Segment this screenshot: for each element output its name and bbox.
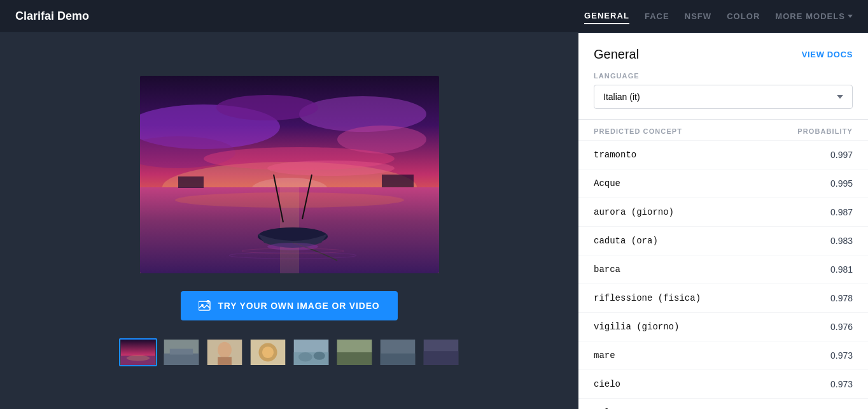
concept-name: mare [594, 350, 615, 361]
concept-probability: 0.997 [830, 150, 853, 160]
concept-probability: 0.981 [830, 264, 853, 275]
svg-point-5 [216, 95, 318, 120]
concept-probability: 0.983 [830, 236, 853, 246]
concept-row: caduta (ora) 0.983 [578, 226, 868, 255]
concept-name: tramonto [594, 150, 636, 160]
svg-point-4 [299, 96, 426, 132]
svg-rect-32 [218, 357, 232, 365]
thumbnail-strip [119, 338, 460, 366]
main-layout: TRY YOUR OWN IMAGE OR VIDEO [0, 33, 868, 409]
logo: Clarifai Demo [15, 10, 89, 23]
svg-rect-29 [169, 349, 192, 355]
header: Clarifai Demo GENERAL FACE NSFW COLOR MO… [0, 0, 868, 33]
svg-point-18 [267, 243, 318, 250]
svg-point-39 [313, 352, 325, 360]
svg-rect-28 [164, 354, 199, 365]
svg-rect-42 [337, 340, 372, 352]
upload-icon [199, 300, 211, 312]
right-panel: General VIEW DOCS LANGUAGE Italian (it) … [578, 33, 868, 409]
concept-name: cielo [594, 379, 620, 389]
concept-probability: 0.995 [830, 178, 853, 189]
svg-rect-46 [423, 351, 458, 365]
concept-probability: 0.976 [830, 322, 853, 332]
concept-row: Acque 0.995 [578, 169, 868, 197]
svg-rect-13 [178, 176, 204, 188]
thumbnail-6[interactable] [379, 338, 417, 366]
svg-point-35 [262, 347, 273, 358]
tab-color[interactable]: COLOR [727, 9, 760, 24]
concepts-list: tramonto 0.997 Acque 0.995 aurora (giorn… [578, 140, 868, 409]
right-panel-header: General VIEW DOCS [578, 33, 868, 72]
concept-probability: 0.987 [830, 207, 853, 217]
concept-probability: 0.973 [830, 379, 853, 389]
predicted-concept-col-label: PREDICTED CONCEPT [594, 127, 682, 135]
view-docs-link[interactable]: VIEW DOCS [802, 50, 853, 59]
left-panel: TRY YOUR OWN IMAGE OR VIDEO [0, 33, 578, 409]
language-section: LANGUAGE Italian (it) English (en) Spani… [578, 72, 868, 119]
svg-point-38 [298, 352, 312, 362]
concept-row: tramonto 0.997 [578, 140, 868, 169]
concept-name: vigilia (giorno) [594, 322, 679, 332]
more-models-dropdown[interactable]: MORE MODELS [775, 11, 853, 21]
thumbnail-5[interactable] [335, 338, 374, 366]
thumbnail-4[interactable] [292, 338, 330, 366]
right-panel-title: General [594, 47, 639, 62]
upload-button-label: TRY YOUR OWN IMAGE OR VIDEO [218, 301, 379, 311]
concept-row: riflessione (fisica) 0.978 [578, 283, 868, 312]
concept-name: barca [594, 264, 620, 275]
concept-name: aurora (giorno) [594, 207, 674, 217]
tab-nsfw[interactable]: NSFW [685, 9, 711, 24]
concept-probability: 0.978 [830, 293, 853, 303]
language-select[interactable]: Italian (it) English (en) Spanish (es) F… [594, 85, 853, 109]
main-image [140, 76, 439, 273]
more-models-label: MORE MODELS [775, 11, 845, 21]
thumbnail-1[interactable] [162, 338, 200, 366]
svg-rect-41 [337, 351, 372, 365]
svg-point-9 [267, 161, 395, 176]
concept-row: mare 0.973 [578, 341, 868, 370]
concept-row: barca 0.981 [578, 255, 868, 283]
concept-probability: 0.973 [830, 350, 853, 361]
svg-rect-14 [382, 175, 414, 187]
nav-tabs: GENERAL FACE NSFW COLOR MORE MODELS [584, 8, 853, 24]
upload-button[interactable]: TRY YOUR OWN IMAGE OR VIDEO [181, 291, 397, 320]
thumbnail-2[interactable] [206, 338, 244, 366]
thumbnail-3[interactable] [249, 338, 287, 366]
concept-name: caduta (ora) [594, 236, 658, 246]
thumbnail-0[interactable] [119, 338, 157, 366]
thumbnail-7[interactable] [422, 338, 460, 366]
svg-point-31 [218, 342, 232, 358]
concept-row: aurora (giorno) 0.987 [578, 197, 868, 226]
language-label: LANGUAGE [594, 72, 853, 80]
concept-row: sole 0.965 [578, 398, 868, 409]
chevron-down-icon [848, 15, 853, 18]
concepts-header: PREDICTED CONCEPT PROBABILITY [578, 119, 868, 140]
tab-general[interactable]: GENERAL [584, 8, 629, 24]
svg-point-26 [126, 355, 149, 361]
probability-col-label: PROBABILITY [797, 127, 853, 135]
tab-face[interactable]: FACE [645, 9, 669, 24]
concept-row: cielo 0.973 [578, 370, 868, 398]
concept-name: riflessione (fisica) [594, 293, 701, 303]
svg-rect-44 [380, 354, 415, 365]
concept-row: vigilia (giorno) 0.976 [578, 312, 868, 341]
concept-name: Acque [594, 178, 620, 189]
